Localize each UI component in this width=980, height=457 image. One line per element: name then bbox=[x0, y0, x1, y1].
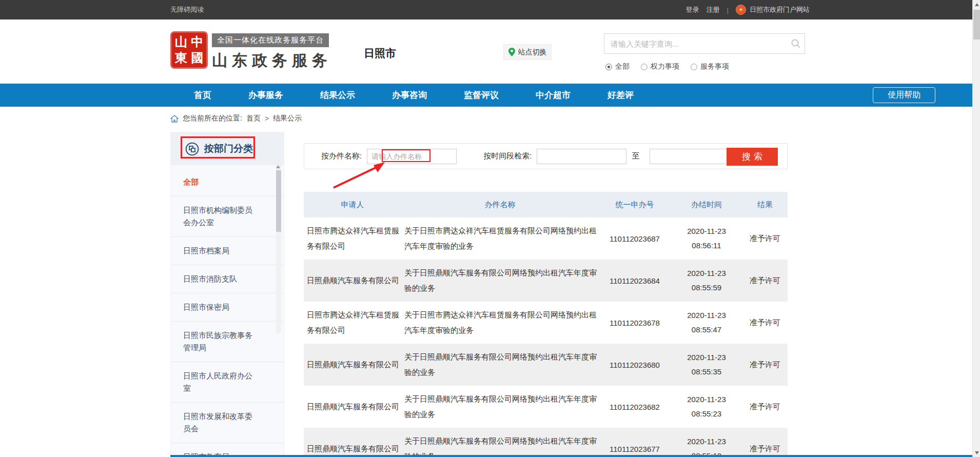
table-row: 日照鼎顺汽车服务有限公司 关于日照鼎顺汽车服务有限公司网络预约出租汽车年度审验的… bbox=[304, 260, 788, 302]
sidebar-department-item[interactable]: 日照市发展和改革委员会 bbox=[171, 403, 284, 443]
sidebar-scrollbar-thumb[interactable] bbox=[276, 170, 281, 232]
brand-title: 山东政务服务 bbox=[212, 50, 332, 71]
cell-result: 准予许可 bbox=[742, 360, 788, 370]
keyword-search-box bbox=[604, 33, 805, 54]
scrollbar-down-icon[interactable] bbox=[973, 448, 980, 457]
sidebar-department-item[interactable]: 日照市保密局 bbox=[171, 293, 284, 322]
cell-result: 准予许可 bbox=[742, 276, 788, 286]
radio-selected-icon bbox=[605, 64, 612, 70]
breadcrumb-prefix: 您当前所在的位置: bbox=[183, 114, 242, 123]
radio-unselected-icon bbox=[691, 64, 697, 70]
cell-apply-no: 110112023680 bbox=[599, 361, 671, 369]
time-filter-label: 按时间段检索: bbox=[483, 151, 532, 161]
department-sidebar: 按部门分类 全部 日照市机构编制委员会办公室 日照市档案局 日照市消防支队 日照… bbox=[170, 132, 284, 457]
portal-site-label: 日照市政府门户网站 bbox=[750, 5, 810, 14]
cell-item-name: 关于日照市腾达众祥汽车租赁服务有限公司网络预约出租汽车年度审验的业务 bbox=[401, 302, 599, 343]
cell-item-name: 关于日照鼎顺汽车服务有限公司网络预约出租汽车年度审验的业务 bbox=[401, 344, 599, 385]
sidebar-department-item[interactable]: 日照市消防支队 bbox=[171, 265, 284, 293]
sidebar-department-item[interactable]: 日照市机构编制委员会办公室 bbox=[171, 196, 284, 237]
scope-radio-service-items[interactable]: 服务事项 bbox=[691, 62, 729, 71]
nav-item-home[interactable]: 首页 bbox=[175, 84, 230, 107]
name-filter-input[interactable] bbox=[367, 149, 457, 164]
cell-applicant: 日照鼎顺汽车服务有限公司 bbox=[304, 268, 401, 293]
cell-item-name: 关于日照鼎顺汽车服务有限公司网络预约出租汽车年度审验的业务 bbox=[401, 260, 599, 301]
cell-applicant: 日照市腾达众祥汽车租赁服务有限公司 bbox=[304, 218, 401, 259]
sidebar-department-list: 全部 日照市机构编制委员会办公室 日照市档案局 日照市消防支队 日照市保密局 日… bbox=[171, 165, 284, 457]
cell-item-name: 关于日照鼎顺汽车服务有限公司网络预约出租汽车年度审验的业务 bbox=[401, 386, 599, 427]
cell-apply-no: 110112023677 bbox=[599, 445, 671, 453]
current-city-label: 日照市 bbox=[364, 46, 396, 61]
footer-top-edge bbox=[170, 455, 972, 457]
col-header-apply-no: 统一申办号 bbox=[599, 200, 671, 210]
breadcrumb-separator: > bbox=[265, 114, 269, 123]
table-row: 日照鼎顺汽车服务有限公司 关于日照鼎顺汽车服务有限公司网络预约出租汽车年度审验的… bbox=[304, 428, 788, 457]
cell-apply-no: 110112023684 bbox=[599, 276, 671, 285]
cell-finish-time: 2020-11-23 08:56:11 bbox=[671, 224, 742, 253]
department-category-icon bbox=[185, 142, 199, 156]
table-row: 日照市腾达众祥汽车租赁服务有限公司 关于日照市腾达众祥汽车租赁服务有限公司网络预… bbox=[304, 217, 788, 260]
nav-item-intermediary[interactable]: 中介超市 bbox=[517, 84, 589, 107]
breadcrumb: 您当前所在的位置: 首页 > 结果公示 bbox=[170, 114, 302, 123]
city-portal-link[interactable]: ★ 日照市政府门户网站 bbox=[736, 5, 810, 15]
nav-item-services[interactable]: 办事服务 bbox=[230, 84, 302, 107]
site-header: 山 中 東 國 全国一体化在线政务服务平台 山东政务服务 日照市 站点切换 bbox=[0, 19, 980, 84]
breadcrumb-current: 结果公示 bbox=[273, 114, 302, 123]
cell-result: 准予许可 bbox=[742, 234, 788, 244]
help-button[interactable]: 使用帮助 bbox=[873, 87, 935, 103]
results-table-body: 日照市腾达众祥汽车租赁服务有限公司 关于日照市腾达众祥汽车租赁服务有限公司网络预… bbox=[304, 217, 788, 457]
register-link[interactable]: 注册 bbox=[707, 5, 720, 14]
page-scrollbar[interactable] bbox=[972, 0, 980, 457]
sidebar-department-item[interactable]: 日照市档案局 bbox=[171, 237, 284, 265]
scrollbar-thumb[interactable] bbox=[973, 10, 980, 39]
main-content: 按办件名称: 按时间段检索: 至 搜索 申请人 办件名称 统一申办号 办结时间 … bbox=[304, 143, 788, 457]
sidebar-header: 按部门分类 bbox=[171, 132, 284, 165]
nav-item-supervision[interactable]: 监督评议 bbox=[445, 84, 517, 107]
cell-apply-no: 110112023687 bbox=[599, 234, 671, 243]
login-link[interactable]: 登录 bbox=[686, 5, 699, 14]
name-filter-label: 按办件名称: bbox=[321, 151, 362, 161]
filter-bar: 按办件名称: 按时间段检索: 至 搜索 bbox=[304, 143, 788, 169]
keyword-search-input[interactable] bbox=[604, 39, 787, 48]
home-icon bbox=[170, 115, 179, 123]
table-row: 日照鼎顺汽车服务有限公司 关于日照鼎顺汽车服务有限公司网络预约出租汽车年度审验的… bbox=[304, 386, 788, 428]
table-row: 日照鼎顺汽车服务有限公司 关于日照鼎顺汽车服务有限公司网络预约出租汽车年度审验的… bbox=[304, 344, 788, 386]
cell-applicant: 日照市腾达众祥汽车租赁服务有限公司 bbox=[304, 302, 401, 343]
col-header-applicant: 申请人 bbox=[304, 200, 401, 210]
table-row: 日照市腾达众祥汽车租赁服务有限公司 关于日照市腾达众祥汽车租赁服务有限公司网络预… bbox=[304, 302, 788, 344]
cell-result: 准予许可 bbox=[742, 402, 788, 412]
nav-item-rating[interactable]: 好差评 bbox=[589, 84, 652, 107]
site-switch-label: 站点切换 bbox=[518, 48, 547, 57]
cell-finish-time: 2020-11-23 08:55:59 bbox=[671, 266, 742, 295]
nav-item-consult[interactable]: 办事咨询 bbox=[374, 84, 445, 107]
sidebar-department-item[interactable]: 全部 bbox=[171, 168, 284, 196]
time-from-input[interactable] bbox=[537, 149, 626, 164]
cell-apply-no: 110112023678 bbox=[599, 319, 671, 327]
scope-radio-all[interactable]: 全部 bbox=[605, 62, 630, 71]
cell-item-name: 关于日照鼎顺汽车服务有限公司网络预约出租汽车年度审验的业务 bbox=[401, 428, 599, 457]
scrollbar-up-icon[interactable] bbox=[973, 0, 980, 9]
cell-finish-time: 2020-11-23 08:55:47 bbox=[671, 308, 742, 337]
cell-finish-time: 2020-11-23 08:55:10 bbox=[671, 434, 742, 457]
site-switch-button[interactable]: 站点切换 bbox=[503, 44, 552, 60]
sidebar-department-item[interactable]: 日照市人民政府办公室 bbox=[171, 362, 284, 403]
results-table-header: 申请人 办件名称 统一申办号 办结时间 结果 bbox=[304, 192, 788, 217]
cell-applicant: 日照鼎顺汽车服务有限公司 bbox=[304, 436, 401, 457]
cell-apply-no: 110112023682 bbox=[599, 403, 671, 411]
sidebar-scroll-up-icon[interactable] bbox=[276, 165, 280, 168]
breadcrumb-home-link[interactable]: 首页 bbox=[246, 114, 261, 123]
col-header-item-name: 办件名称 bbox=[401, 200, 599, 210]
cell-item-name: 关于日照市腾达众祥汽车租赁服务有限公司网络预约出租汽车年度审验的业务 bbox=[401, 218, 599, 259]
shandong-gov-logo[interactable]: 山 中 東 國 全国一体化在线政务服务平台 山东政务服务 bbox=[170, 31, 332, 71]
col-header-result: 结果 bbox=[742, 200, 788, 210]
sidebar-department-item[interactable]: 日照市民族宗教事务管理局 bbox=[171, 322, 284, 362]
location-pin-icon bbox=[508, 48, 515, 56]
search-button[interactable]: 搜索 bbox=[727, 148, 778, 166]
cell-finish-time: 2020-11-23 08:55:35 bbox=[671, 350, 742, 379]
nav-item-results[interactable]: 结果公示 bbox=[302, 84, 374, 107]
top-utility-bar: 无障碍阅读 登录 注册 | ★ 日照市政府门户网站 bbox=[0, 0, 980, 19]
page: 无障碍阅读 登录 注册 | ★ 日照市政府门户网站 山 中 東 國 全国一体化在… bbox=[0, 0, 980, 457]
search-icon[interactable] bbox=[787, 38, 805, 49]
search-scope-radios: 全部 权力事项 服务事项 bbox=[605, 62, 729, 71]
scope-radio-power-items[interactable]: 权力事项 bbox=[641, 62, 679, 71]
accessibility-link[interactable]: 无障碍阅读 bbox=[170, 5, 204, 14]
